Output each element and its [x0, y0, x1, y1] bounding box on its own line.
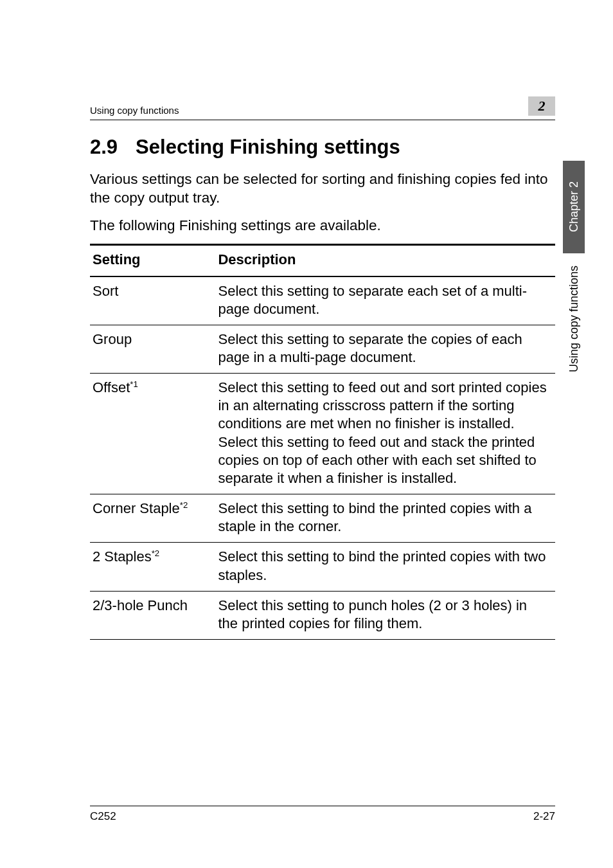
table-cell-setting: Offset*1: [90, 374, 215, 494]
section-number: 2.9: [90, 136, 118, 159]
table-cell-setting: Group: [90, 325, 215, 373]
table-row: Sort Select this setting to separate eac…: [90, 276, 555, 325]
table-cell-description: Select this setting to bind the printed …: [215, 543, 555, 591]
table-cell-setting: 2/3-hole Punch: [90, 591, 215, 639]
side-tab-chapter-label: Chapter 2: [567, 181, 581, 232]
table-cell-description: Select this setting to bind the printed …: [215, 494, 555, 543]
table-header-setting: Setting: [90, 245, 215, 276]
side-tab-chapter: Chapter 2: [563, 161, 585, 253]
table-cell-description: Select this setting to feed out and sort…: [215, 374, 555, 494]
footer-left: C252: [90, 810, 116, 823]
side-tab-section-label: Using copy functions: [567, 266, 581, 372]
section-title-text: Selecting Finishing settings: [136, 136, 400, 158]
side-tab-section: Using copy functions: [563, 253, 585, 385]
table-cell-setting: Sort: [90, 276, 215, 325]
running-head-text: Using copy functions: [90, 105, 179, 116]
chapter-badge: 2: [528, 96, 555, 116]
page-footer: C252 2-27: [90, 806, 555, 823]
settings-table: Setting Description Sort Select this set…: [90, 244, 555, 640]
table-row: 2 Staples*2 Select this setting to bind …: [90, 543, 555, 591]
table-cell-setting: Corner Staple*2: [90, 494, 215, 543]
table-cell-description: Select this setting to separate the copi…: [215, 325, 555, 373]
table-header-description: Description: [215, 245, 555, 276]
intro-paragraph-1: Various settings can be selected for sor…: [90, 170, 555, 208]
table-row: 2/3-hole Punch Select this setting to pu…: [90, 591, 555, 639]
table-row: Offset*1 Select this setting to feed out…: [90, 374, 555, 494]
header-rule: [90, 120, 555, 120]
table-cell-description: Select this setting to punch holes (2 or…: [215, 591, 555, 639]
table-cell-setting: 2 Staples*2: [90, 543, 215, 591]
table-row: Corner Staple*2 Select this setting to b…: [90, 494, 555, 543]
table-header-row: Setting Description: [90, 245, 555, 276]
intro-paragraph-2: The following Finishing settings are ava…: [90, 217, 555, 235]
table-cell-description: Select this setting to separate each set…: [215, 276, 555, 325]
table-row: Group Select this setting to separate th…: [90, 325, 555, 373]
section-title: 2.9Selecting Finishing settings: [90, 136, 555, 159]
footer-right: 2-27: [533, 810, 555, 823]
